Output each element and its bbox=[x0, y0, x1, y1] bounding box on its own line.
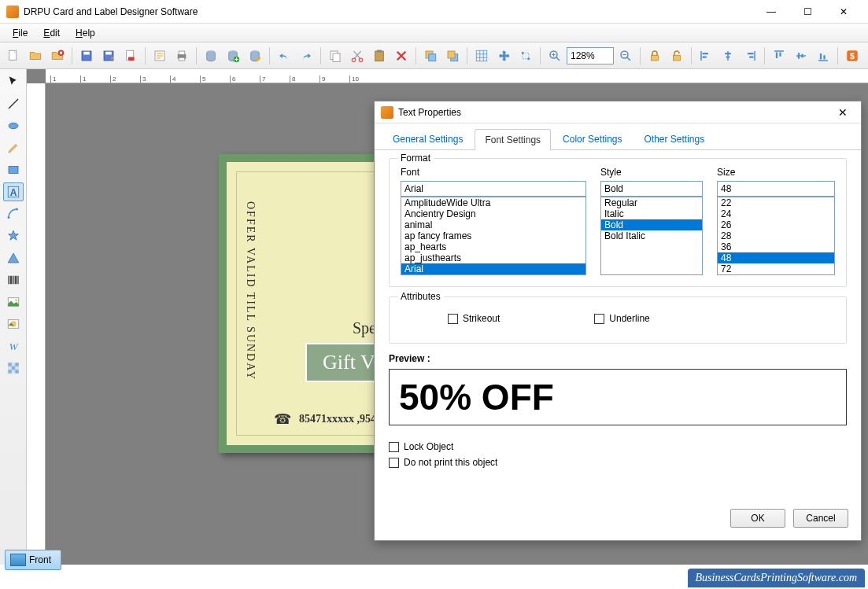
db-icon[interactable] bbox=[201, 46, 221, 66]
list-item[interactable]: 72 bbox=[718, 263, 834, 274]
list-item[interactable]: Bold Italic bbox=[601, 230, 702, 241]
pencil-tool-icon[interactable] bbox=[3, 138, 24, 157]
zoom-out-icon[interactable] bbox=[615, 46, 636, 66]
list-item[interactable]: 48 bbox=[718, 252, 834, 263]
arc-tool-icon[interactable] bbox=[3, 204, 24, 223]
undo-icon[interactable] bbox=[274, 46, 294, 66]
align-right-icon[interactable] bbox=[740, 46, 760, 66]
list-item[interactable]: animal bbox=[401, 219, 585, 230]
properties-icon[interactable] bbox=[150, 46, 170, 66]
wordart-tool-icon[interactable]: W bbox=[3, 337, 24, 355]
do-not-print-checkbox[interactable]: Do not print this object bbox=[389, 457, 847, 468]
ellipse-tool-icon[interactable] bbox=[3, 116, 24, 135]
new-icon[interactable] bbox=[3, 46, 24, 66]
size-listbox[interactable]: 2022242628364872 bbox=[717, 197, 835, 275]
rectangle-tool-icon[interactable] bbox=[3, 160, 24, 179]
card-phone[interactable]: ☎ 85471xxxxx ,9546 bbox=[274, 410, 382, 428]
tab-font-settings[interactable]: Font Settings bbox=[475, 129, 551, 150]
align-bottom-icon[interactable] bbox=[813, 46, 833, 66]
cut-icon[interactable] bbox=[347, 46, 368, 66]
print-icon[interactable] bbox=[172, 46, 192, 66]
unlock-icon[interactable] bbox=[667, 46, 687, 66]
list-item[interactable]: 28 bbox=[718, 230, 834, 241]
svg-rect-25 bbox=[448, 51, 455, 58]
tab-color-settings[interactable]: Color Settings bbox=[552, 128, 632, 149]
cancel-button[interactable]: Cancel bbox=[793, 509, 848, 528]
zoom-in-icon[interactable] bbox=[545, 46, 565, 66]
triangle-tool-icon[interactable] bbox=[3, 248, 24, 267]
close-button[interactable]: ✕ bbox=[826, 0, 862, 24]
align-top-icon[interactable] bbox=[769, 46, 789, 66]
lock-object-chk[interactable] bbox=[389, 442, 399, 452]
zoom-input[interactable] bbox=[567, 47, 614, 64]
underline-chk[interactable] bbox=[594, 314, 604, 324]
ok-button[interactable]: OK bbox=[730, 509, 785, 528]
save-as-icon[interactable] bbox=[98, 46, 119, 66]
list-item[interactable]: ap_hearts bbox=[401, 241, 585, 252]
lock-object-checkbox[interactable]: Lock Object bbox=[389, 441, 847, 452]
copy-icon[interactable] bbox=[325, 46, 345, 66]
list-item[interactable]: AmplitudeWide Ultra bbox=[401, 197, 585, 208]
paste-icon[interactable] bbox=[369, 46, 390, 66]
tab-general-settings[interactable]: General Settings bbox=[382, 128, 473, 149]
line-tool-icon[interactable] bbox=[3, 94, 24, 113]
delete-icon[interactable] bbox=[391, 46, 412, 66]
list-item[interactable]: 22 bbox=[718, 197, 834, 208]
redo-icon[interactable] bbox=[296, 46, 316, 66]
strikeout-chk[interactable] bbox=[448, 314, 458, 324]
style-listbox[interactable]: RegularItalicBoldBold Italic bbox=[600, 197, 703, 275]
list-item[interactable]: Italic bbox=[601, 208, 702, 219]
tab-other-settings[interactable]: Other Settings bbox=[633, 128, 715, 149]
open-icon[interactable] bbox=[25, 46, 46, 66]
menu-file[interactable]: File bbox=[5, 26, 35, 40]
minimize-button[interactable]: — bbox=[753, 0, 789, 24]
menu-help[interactable]: Help bbox=[68, 26, 103, 40]
pattern-tool-icon[interactable] bbox=[3, 359, 24, 377]
list-item[interactable]: 26 bbox=[718, 219, 834, 230]
clipart-tool-icon[interactable] bbox=[3, 315, 24, 333]
svg-rect-3 bbox=[83, 51, 90, 54]
align-center-h-icon[interactable] bbox=[718, 46, 738, 66]
move-icon[interactable] bbox=[493, 46, 514, 66]
dialog-close-button[interactable]: ✕ bbox=[831, 103, 855, 122]
do-not-print-chk[interactable] bbox=[389, 458, 399, 468]
list-item[interactable]: Arial bbox=[401, 263, 585, 274]
svg-rect-37 bbox=[9, 167, 18, 174]
db-add-icon[interactable] bbox=[223, 46, 243, 66]
svg-rect-27 bbox=[523, 53, 529, 59]
text-tool-icon[interactable]: A bbox=[3, 182, 24, 201]
close-file-icon[interactable] bbox=[47, 46, 68, 66]
list-item[interactable]: Bold bbox=[601, 219, 702, 230]
grid-icon[interactable] bbox=[471, 46, 492, 66]
page-tab-front[interactable]: Front bbox=[5, 550, 61, 570]
style-input[interactable] bbox=[600, 181, 703, 197]
bring-front-icon[interactable] bbox=[420, 46, 441, 66]
maximize-button[interactable]: ☐ bbox=[789, 0, 826, 24]
barcode-tool-icon[interactable] bbox=[3, 271, 24, 289]
save-icon[interactable] bbox=[76, 46, 97, 66]
export-pdf-icon[interactable] bbox=[120, 46, 141, 66]
lock-icon[interactable] bbox=[645, 46, 665, 66]
db-edit-icon[interactable] bbox=[245, 46, 265, 66]
list-item[interactable]: Ancientry Design bbox=[401, 208, 585, 219]
pointer-tool-icon[interactable] bbox=[3, 72, 24, 91]
price-icon[interactable]: $ bbox=[842, 46, 862, 66]
font-input[interactable] bbox=[401, 181, 586, 197]
strikeout-checkbox[interactable]: Strikeout bbox=[448, 313, 500, 324]
align-middle-icon[interactable] bbox=[791, 46, 811, 66]
image-tool-icon[interactable] bbox=[3, 293, 24, 311]
star-tool-icon[interactable] bbox=[3, 226, 24, 245]
list-item[interactable]: Regular bbox=[601, 197, 702, 208]
list-item[interactable]: ap_justhearts bbox=[401, 252, 585, 263]
card-vertical-text[interactable]: OFFER VALID TILL SUNDAY bbox=[244, 201, 257, 381]
list-item[interactable]: 24 bbox=[718, 208, 834, 219]
send-back-icon[interactable] bbox=[442, 46, 463, 66]
size-input[interactable] bbox=[717, 181, 835, 197]
menu-edit[interactable]: Edit bbox=[35, 26, 68, 40]
underline-checkbox[interactable]: Underline bbox=[594, 313, 649, 324]
resize-icon[interactable] bbox=[515, 46, 536, 66]
list-item[interactable]: ap fancy frames bbox=[401, 230, 585, 241]
align-left-icon[interactable] bbox=[696, 46, 716, 66]
font-listbox[interactable]: AmplitudeWide BoldAmplitudeWide UltraAnc… bbox=[401, 197, 586, 275]
list-item[interactable]: 36 bbox=[718, 241, 834, 252]
